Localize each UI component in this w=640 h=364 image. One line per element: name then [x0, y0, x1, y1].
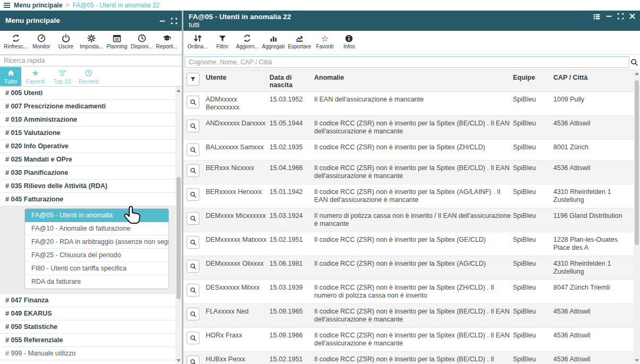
availability-button[interactable]: Disponi... [129, 33, 155, 49]
scroll-up-icon[interactable] [634, 70, 640, 77]
search-icon[interactable] [630, 58, 639, 66]
sidebar-scrollbar[interactable] [175, 87, 182, 364]
menu-item[interactable]: # 050 Statistiche [0, 320, 175, 334]
tab-all[interactable]: Tutto [0, 67, 21, 86]
row-detail-button[interactable] [187, 308, 199, 320]
column-header-user[interactable]: Utente [206, 73, 267, 89]
table-row[interactable]: DEMxxxx Micxxxxxx 15.03.1924 Il numero d… [183, 208, 634, 232]
row-detail-button[interactable] [187, 143, 199, 156]
menu-item[interactable]: # 005 Utenti [0, 87, 175, 100]
scroll-down-icon[interactable] [175, 357, 182, 363]
column-filter-button[interactable] [187, 73, 199, 86]
row-detail-button[interactable] [187, 164, 199, 177]
infos-button[interactable]: Infos [337, 33, 361, 49]
table-row[interactable]: ADMxxxxx Berxxxxxxx 15.03.1952 Il EAN de… [183, 92, 634, 116]
submenu-item[interactable]: FA@20 - RDA in arbitraggio (assenze non … [25, 235, 169, 249]
table-row[interactable]: HUBxx Perxx 15.02.1951 Il codice RCC (ZS… [183, 352, 634, 364]
menu-item[interactable]: # 025 Mandati e OPre [0, 153, 175, 166]
scroll-up-icon[interactable] [175, 87, 182, 94]
table-row[interactable]: ANDxxxxxx Darxxxx 15.05.1944 Il codice R… [183, 116, 634, 140]
list-view-icon[interactable] [593, 13, 601, 21]
magnifier-icon [190, 263, 197, 270]
table-row[interactable]: DESxxxxxx Milxxx 15.03.1939 Il codice RC… [183, 280, 634, 304]
menu-item[interactable]: # 999 - Manuale utilizzo [0, 347, 175, 360]
menu-item[interactable]: # 049 EKARUS [0, 307, 175, 320]
menu-item[interactable]: # 020 Info Operative [0, 140, 175, 153]
scroll-down-icon[interactable] [634, 357, 640, 363]
tab-recent[interactable]: Recenti [76, 67, 101, 86]
table-row[interactable]: DEMxxxxxx Olixxxx 15.06.1981 Il codice R… [183, 256, 634, 280]
table-row[interactable]: BERxxx Nicxxxx 15.04.1966 Il codice RCC … [183, 160, 634, 184]
row-detail-button[interactable] [187, 355, 199, 364]
column-header-anomalies[interactable]: Anomalie [314, 73, 511, 89]
row-detail-button[interactable] [187, 212, 199, 225]
minimize-icon[interactable] [605, 13, 612, 20]
menu-item[interactable]: # 015 Valutazione [0, 126, 175, 140]
menu-item[interactable]: # 055 Referenziale [0, 334, 175, 347]
hamburger-menu-icon[interactable] [3, 2, 11, 9]
submenu-item[interactable]: FA@10 - Anomalie di fatturazione [25, 222, 169, 235]
row-detail-button[interactable] [187, 96, 199, 108]
column-header-city[interactable]: CAP / Città [553, 73, 629, 89]
menu-item[interactable]: # 047 Finanza [0, 294, 175, 307]
export-button[interactable]: Esportare [287, 33, 313, 49]
row-detail-button[interactable] [187, 284, 199, 297]
refresh-button[interactable]: Aggiorn... [234, 33, 260, 49]
table-search-input[interactable] [184, 56, 629, 68]
menu-item[interactable]: # 045 Fatturazione [0, 193, 175, 206]
menu-item[interactable]: # 007 Prescrizione medicamenti [0, 100, 175, 113]
submenu-item[interactable]: FA@05 - Utenti in anomalia [25, 209, 169, 222]
magnifier-icon [190, 335, 197, 342]
main-title: FA@05 - Utenti in anomalia 22 [189, 13, 635, 21]
filter-button[interactable]: Filtro [210, 33, 234, 49]
table-scrollbar[interactable] [634, 70, 640, 364]
table-row[interactable]: BALxxxxxx Samxxx 15.02.1935 Il codice RC… [183, 140, 634, 160]
tab-favorites[interactable]: ★ Favoriti [23, 67, 48, 86]
row-detail-button[interactable] [187, 188, 199, 201]
cell-team: SpiBleu [513, 284, 551, 300]
table-row[interactable]: HORx Fraxx 15.09.1966 Il codice RCC (ZSR… [183, 328, 634, 352]
tab-top10[interactable]: TOP10 Top 10 [49, 67, 74, 86]
table-row[interactable]: FLAxxxxx Ned 15.09.1965 Il codice RCC (Z… [183, 304, 634, 328]
maximize-icon[interactable] [617, 13, 624, 20]
menu-item[interactable]: DI01 - Le Mie Disponibilità [0, 360, 175, 364]
cell-dob: 15.03.1924 [270, 212, 312, 228]
refresh-button[interactable]: Rinfresc... [2, 33, 29, 49]
table-row[interactable]: DEMxxxxxx Matxxxx 15.02.1951 Il codice R… [183, 232, 634, 256]
breadcrumb-current[interactable]: FA@05 - Utenti in anomalia 22 [72, 2, 159, 9]
scroll-thumb[interactable] [635, 80, 639, 245]
quick-search-input[interactable] [0, 55, 182, 66]
submenu-item[interactable]: FI80 - Utenti con tariffa specifica [25, 262, 169, 275]
row-detail-button[interactable] [187, 260, 199, 273]
magnifier-icon [190, 239, 197, 246]
submenu-item[interactable]: FA@25 - Chiusura del periodo [25, 249, 169, 262]
favorites-button[interactable]: ☆ Favoriti [313, 33, 337, 49]
magnifier-icon [190, 215, 197, 222]
cell-dob: 15.02.1951 [270, 355, 312, 364]
reporting-button[interactable]: Reporti... [155, 33, 180, 49]
maximize-icon[interactable] [171, 18, 178, 24]
close-icon[interactable] [629, 13, 636, 20]
planning-button[interactable]: Planning [105, 33, 129, 49]
monitor-button[interactable]: Monitor [29, 33, 54, 49]
column-header-dob[interactable]: Data di nascita [270, 73, 312, 89]
breadcrumb-root[interactable]: Menu principale [14, 2, 62, 9]
logout-button[interactable]: Uscire [54, 33, 78, 49]
minimize-icon[interactable] [159, 18, 166, 24]
table-row[interactable]: BERxxxxx Herxxxx 15.01.1942 Il codice RC… [183, 184, 634, 208]
menu-item[interactable]: # 030 Pianificazione [0, 166, 175, 180]
menu-item[interactable]: # 010 Amministrazione [0, 113, 175, 126]
row-detail-button[interactable] [187, 332, 199, 344]
column-header-team[interactable]: Equipe [513, 73, 551, 89]
row-detail-button[interactable] [187, 236, 199, 249]
submenu-item[interactable]: RDA da fatturare [25, 275, 169, 289]
settings-button[interactable]: Imposta... [78, 33, 105, 49]
cell-anomaly: Il codice RCC (ZSR) non è inserito per l… [314, 260, 511, 276]
aggregates-button[interactable]: Aggregati [260, 33, 287, 49]
scroll-thumb[interactable] [176, 177, 181, 299]
menu-item[interactable]: # 035 Rilievo delle Attività (RDA) [0, 180, 175, 193]
row-detail-button[interactable] [187, 120, 199, 132]
info-icon [344, 33, 353, 43]
main-search-bar [183, 55, 640, 70]
sort-button[interactable]: Ordina... [186, 33, 210, 49]
